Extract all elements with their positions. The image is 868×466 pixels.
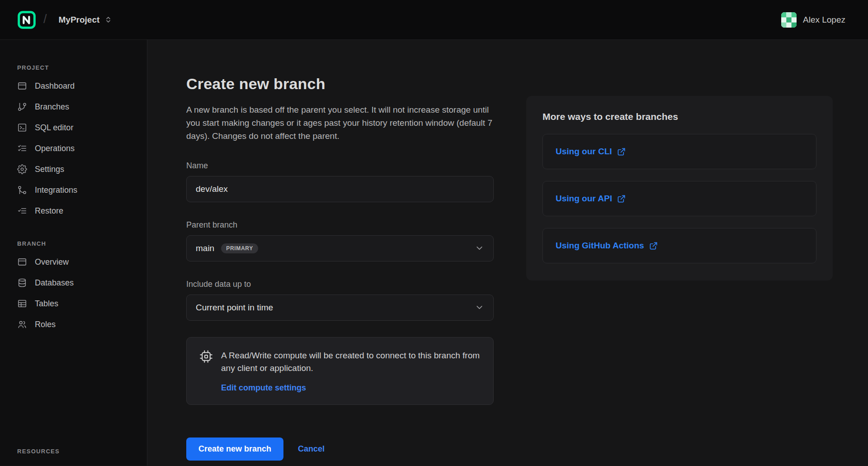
breadcrumb-separator: / [43, 12, 47, 26]
parent-branch-value: main [196, 243, 214, 253]
section-title-branch: BRANCH [17, 240, 133, 247]
avatar [781, 12, 797, 28]
github-actions-link-label: Using GitHub Actions [556, 241, 644, 251]
main-content: Create new branch A new branch is based … [147, 40, 868, 466]
compute-info-box: A Read/Write compute will be created to … [186, 337, 494, 405]
project-name: MyProject [59, 15, 100, 25]
sidebar-item-label: Integrations [35, 185, 77, 195]
parent-branch-label: Parent branch [186, 220, 494, 230]
external-link-icon [649, 242, 658, 250]
sidebar-item-tables[interactable]: Tables [17, 293, 133, 314]
chevron-down-icon [475, 303, 484, 312]
neon-logo[interactable] [17, 10, 36, 29]
more-ways-title: More ways to create branches [542, 111, 816, 122]
form-actions: Create new branch Cancel [186, 437, 494, 461]
page-title: Create new branch [186, 75, 494, 93]
sidebar-item-label: Branches [35, 102, 69, 112]
cancel-button[interactable]: Cancel [298, 444, 325, 454]
dashboard-icon [17, 81, 27, 91]
more-ways-panel: More ways to create branches Using our C… [526, 96, 833, 281]
external-link-icon [617, 147, 626, 156]
sidebar-item-overview[interactable]: Overview [17, 252, 133, 272]
sidebar-item-label: Roles [35, 320, 56, 329]
project-selector[interactable]: MyProject [54, 11, 117, 29]
branch-name-input[interactable] [186, 176, 494, 202]
create-branch-form: Create new branch A new branch is based … [186, 75, 494, 461]
sql-editor-icon [17, 123, 27, 133]
compute-notice-text: A Read/Write compute will be created to … [221, 349, 481, 375]
sidebar-item-integrations[interactable]: Integrations [17, 180, 133, 200]
user-menu[interactable]: Alex Lopez [781, 12, 845, 28]
sidebar-section-project: PROJECT Dashboard Branches SQL editor [17, 64, 133, 221]
sidebar-item-dashboard[interactable]: Dashboard [17, 76, 133, 96]
page-description: A new branch is based off the parent you… [186, 104, 494, 143]
tables-icon [17, 299, 27, 309]
cli-link-card[interactable]: Using our CLI [542, 134, 816, 169]
sidebar-item-label: Settings [35, 165, 64, 174]
sidebar-item-roles[interactable]: Roles [17, 314, 133, 335]
create-branch-button[interactable]: Create new branch [186, 437, 283, 461]
section-title-project: PROJECT [17, 64, 133, 71]
overview-icon [17, 257, 27, 267]
sidebar-item-label: Operations [35, 144, 75, 153]
sidebar-item-label: Overview [35, 257, 69, 267]
github-actions-link-card[interactable]: Using GitHub Actions [542, 228, 816, 263]
sidebar-item-label: Tables [35, 299, 58, 309]
topbar: / MyProject Alex Lopez [0, 0, 868, 40]
gear-icon [17, 164, 27, 174]
name-label: Name [186, 161, 494, 171]
roles-icon [17, 319, 27, 329]
layout: PROJECT Dashboard Branches SQL editor [0, 40, 868, 466]
branches-icon [17, 102, 27, 112]
restore-icon [17, 206, 27, 216]
chevron-updown-icon [104, 16, 112, 24]
sidebar-item-databases[interactable]: Databases [17, 272, 133, 293]
cli-link-label: Using our CLI [556, 147, 612, 157]
api-link-card[interactable]: Using our API [542, 181, 816, 216]
include-data-select[interactable]: Current point in time [186, 295, 494, 321]
integrations-icon [17, 185, 27, 195]
edit-compute-settings-link[interactable]: Edit compute settings [221, 383, 306, 393]
sidebar-section-branch: BRANCH Overview Databases Tables [17, 240, 133, 335]
include-data-label: Include data up to [186, 280, 494, 289]
api-link-label: Using our API [556, 194, 612, 204]
parent-branch-select[interactable]: main PRIMARY [186, 235, 494, 262]
section-title-resources: RESOURCES [17, 448, 133, 455]
cpu-icon [199, 350, 213, 393]
sidebar-item-branches[interactable]: Branches [17, 96, 133, 117]
sidebar-item-label: Databases [35, 278, 74, 288]
user-name: Alex Lopez [803, 15, 845, 25]
sidebar-item-restore[interactable]: Restore [17, 200, 133, 221]
databases-icon [17, 278, 27, 288]
chevron-down-icon [475, 243, 484, 253]
external-link-icon [617, 195, 626, 203]
operations-icon [17, 143, 27, 153]
sidebar-item-label: Dashboard [35, 81, 75, 91]
sidebar-item-label: Restore [35, 206, 63, 216]
include-data-value: Current point in time [196, 303, 273, 313]
primary-badge: PRIMARY [221, 243, 258, 253]
sidebar-item-settings[interactable]: Settings [17, 159, 133, 180]
topbar-left: / MyProject [17, 10, 117, 29]
sidebar: PROJECT Dashboard Branches SQL editor [0, 40, 147, 466]
sidebar-item-sql-editor[interactable]: SQL editor [17, 117, 133, 138]
sidebar-item-label: SQL editor [35, 123, 73, 133]
sidebar-section-resources: RESOURCES [17, 448, 133, 459]
sidebar-item-operations[interactable]: Operations [17, 138, 133, 159]
compute-info-content: A Read/Write compute will be created to … [221, 349, 481, 393]
